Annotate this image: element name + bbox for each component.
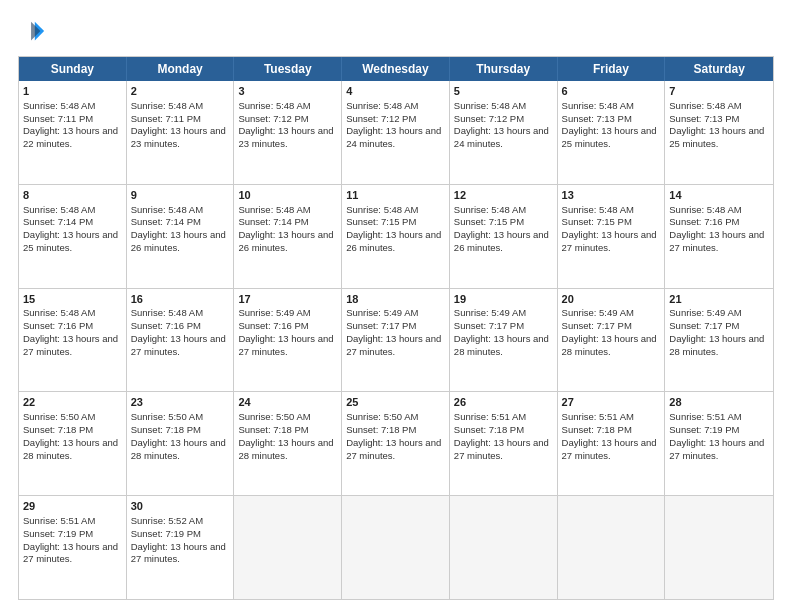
logo — [18, 18, 50, 46]
sunset: Sunset: 7:17 PM — [454, 320, 524, 331]
daylight: Daylight: 13 hours and 24 minutes. — [454, 125, 549, 149]
day-number: 21 — [669, 292, 769, 307]
calendar-cell — [665, 496, 773, 599]
daylight: Daylight: 13 hours and 26 minutes. — [454, 229, 549, 253]
calendar-cell: 19Sunrise: 5:49 AMSunset: 7:17 PMDayligh… — [450, 289, 558, 392]
sunset: Sunset: 7:15 PM — [454, 216, 524, 227]
day-header: Tuesday — [234, 57, 342, 81]
sunset: Sunset: 7:16 PM — [23, 320, 93, 331]
calendar-cell — [342, 496, 450, 599]
calendar-cell: 28Sunrise: 5:51 AMSunset: 7:19 PMDayligh… — [665, 392, 773, 495]
daylight: Daylight: 13 hours and 25 minutes. — [669, 125, 764, 149]
sunset: Sunset: 7:18 PM — [23, 424, 93, 435]
calendar-cell: 16Sunrise: 5:48 AMSunset: 7:16 PMDayligh… — [127, 289, 235, 392]
day-number: 18 — [346, 292, 445, 307]
day-header: Saturday — [665, 57, 773, 81]
calendar-cell: 6Sunrise: 5:48 AMSunset: 7:13 PMDaylight… — [558, 81, 666, 184]
day-number: 3 — [238, 84, 337, 99]
day-number: 1 — [23, 84, 122, 99]
sunrise: Sunrise: 5:48 AM — [238, 204, 310, 215]
day-number: 28 — [669, 395, 769, 410]
calendar-cell: 12Sunrise: 5:48 AMSunset: 7:15 PMDayligh… — [450, 185, 558, 288]
calendar-cell: 27Sunrise: 5:51 AMSunset: 7:18 PMDayligh… — [558, 392, 666, 495]
day-number: 17 — [238, 292, 337, 307]
sunrise: Sunrise: 5:49 AM — [562, 307, 634, 318]
sunrise: Sunrise: 5:48 AM — [346, 100, 418, 111]
sunset: Sunset: 7:14 PM — [131, 216, 201, 227]
day-header: Friday — [558, 57, 666, 81]
sunset: Sunset: 7:16 PM — [238, 320, 308, 331]
calendar-cell: 9Sunrise: 5:48 AMSunset: 7:14 PMDaylight… — [127, 185, 235, 288]
daylight: Daylight: 13 hours and 28 minutes. — [238, 437, 333, 461]
day-number: 6 — [562, 84, 661, 99]
day-number: 11 — [346, 188, 445, 203]
sunset: Sunset: 7:12 PM — [346, 113, 416, 124]
daylight: Daylight: 13 hours and 27 minutes. — [238, 333, 333, 357]
calendar-cell: 17Sunrise: 5:49 AMSunset: 7:16 PMDayligh… — [234, 289, 342, 392]
sunrise: Sunrise: 5:48 AM — [562, 204, 634, 215]
calendar-cell — [558, 496, 666, 599]
day-number: 2 — [131, 84, 230, 99]
sunset: Sunset: 7:18 PM — [454, 424, 524, 435]
sunrise: Sunrise: 5:48 AM — [131, 100, 203, 111]
day-number: 29 — [23, 499, 122, 514]
daylight: Daylight: 13 hours and 26 minutes. — [346, 229, 441, 253]
sunrise: Sunrise: 5:48 AM — [454, 204, 526, 215]
sunrise: Sunrise: 5:49 AM — [346, 307, 418, 318]
day-number: 7 — [669, 84, 769, 99]
sunset: Sunset: 7:13 PM — [669, 113, 739, 124]
calendar-cell: 25Sunrise: 5:50 AMSunset: 7:18 PMDayligh… — [342, 392, 450, 495]
daylight: Daylight: 13 hours and 25 minutes. — [23, 229, 118, 253]
calendar-cell: 13Sunrise: 5:48 AMSunset: 7:15 PMDayligh… — [558, 185, 666, 288]
sunset: Sunset: 7:18 PM — [238, 424, 308, 435]
calendar-cell — [450, 496, 558, 599]
daylight: Daylight: 13 hours and 22 minutes. — [23, 125, 118, 149]
calendar-cell: 30Sunrise: 5:52 AMSunset: 7:19 PMDayligh… — [127, 496, 235, 599]
sunset: Sunset: 7:15 PM — [562, 216, 632, 227]
calendar-cell: 10Sunrise: 5:48 AMSunset: 7:14 PMDayligh… — [234, 185, 342, 288]
daylight: Daylight: 13 hours and 27 minutes. — [669, 229, 764, 253]
sunrise: Sunrise: 5:48 AM — [131, 307, 203, 318]
daylight: Daylight: 13 hours and 27 minutes. — [346, 333, 441, 357]
sunset: Sunset: 7:13 PM — [562, 113, 632, 124]
calendar-cell: 5Sunrise: 5:48 AMSunset: 7:12 PMDaylight… — [450, 81, 558, 184]
daylight: Daylight: 13 hours and 28 minutes. — [454, 333, 549, 357]
sunrise: Sunrise: 5:48 AM — [23, 307, 95, 318]
calendar-cell: 23Sunrise: 5:50 AMSunset: 7:18 PMDayligh… — [127, 392, 235, 495]
calendar-header: SundayMondayTuesdayWednesdayThursdayFrid… — [19, 57, 773, 81]
sunrise: Sunrise: 5:52 AM — [131, 515, 203, 526]
sunrise: Sunrise: 5:51 AM — [562, 411, 634, 422]
daylight: Daylight: 13 hours and 27 minutes. — [23, 541, 118, 565]
day-number: 4 — [346, 84, 445, 99]
header — [18, 18, 774, 46]
daylight: Daylight: 13 hours and 27 minutes. — [562, 437, 657, 461]
calendar-cell: 8Sunrise: 5:48 AMSunset: 7:14 PMDaylight… — [19, 185, 127, 288]
day-number: 20 — [562, 292, 661, 307]
daylight: Daylight: 13 hours and 23 minutes. — [238, 125, 333, 149]
calendar-cell: 14Sunrise: 5:48 AMSunset: 7:16 PMDayligh… — [665, 185, 773, 288]
day-header: Sunday — [19, 57, 127, 81]
daylight: Daylight: 13 hours and 27 minutes. — [454, 437, 549, 461]
sunset: Sunset: 7:14 PM — [238, 216, 308, 227]
sunrise: Sunrise: 5:48 AM — [669, 204, 741, 215]
calendar-row: 8Sunrise: 5:48 AMSunset: 7:14 PMDaylight… — [19, 185, 773, 289]
sunset: Sunset: 7:17 PM — [669, 320, 739, 331]
daylight: Daylight: 13 hours and 27 minutes. — [669, 437, 764, 461]
sunrise: Sunrise: 5:49 AM — [238, 307, 310, 318]
calendar-row: 22Sunrise: 5:50 AMSunset: 7:18 PMDayligh… — [19, 392, 773, 496]
day-number: 22 — [23, 395, 122, 410]
sunrise: Sunrise: 5:48 AM — [238, 100, 310, 111]
sunset: Sunset: 7:19 PM — [131, 528, 201, 539]
day-number: 14 — [669, 188, 769, 203]
sunrise: Sunrise: 5:49 AM — [454, 307, 526, 318]
day-header: Monday — [127, 57, 235, 81]
calendar-cell: 29Sunrise: 5:51 AMSunset: 7:19 PMDayligh… — [19, 496, 127, 599]
sunrise: Sunrise: 5:50 AM — [23, 411, 95, 422]
sunset: Sunset: 7:18 PM — [346, 424, 416, 435]
day-number: 23 — [131, 395, 230, 410]
daylight: Daylight: 13 hours and 28 minutes. — [669, 333, 764, 357]
sunset: Sunset: 7:19 PM — [669, 424, 739, 435]
day-number: 8 — [23, 188, 122, 203]
sunset: Sunset: 7:11 PM — [131, 113, 201, 124]
page: SundayMondayTuesdayWednesdayThursdayFrid… — [0, 0, 792, 612]
